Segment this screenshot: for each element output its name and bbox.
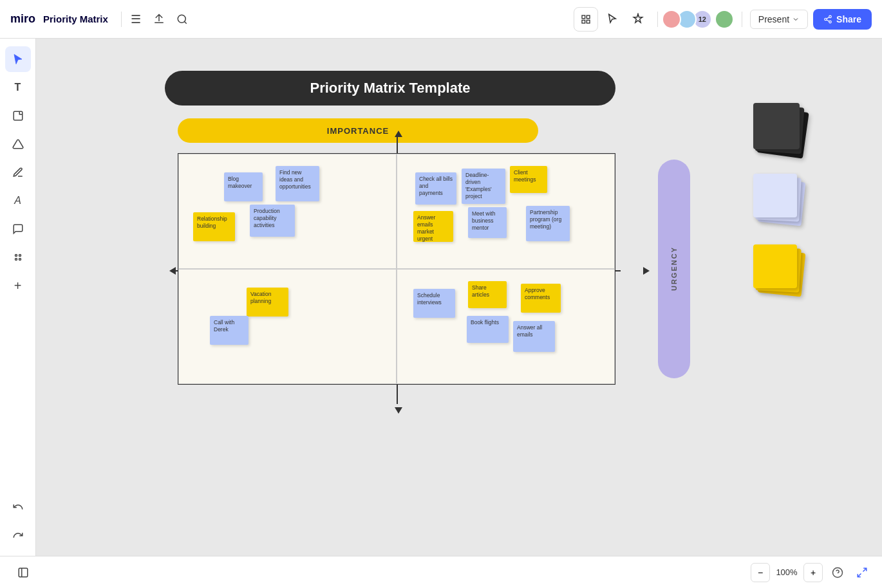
matrix-container: URGENCY Blog makeover Find new ideas and… [178, 153, 641, 385]
add-tool[interactable]: + [5, 273, 31, 299]
note-meet-mentor[interactable]: Meet with business mentor [468, 207, 507, 238]
quadrant-bottom-right: Schedule interviews Share articles Appro… [397, 269, 615, 384]
svg-point-7 [829, 21, 832, 23]
note-partnership[interactable]: Partnership program (org meeting) [526, 206, 570, 241]
header-right: 12 Present Share [574, 7, 872, 32]
shapes-tool[interactable] [5, 131, 31, 157]
note-client-meetings[interactable]: Client meetings [510, 166, 547, 193]
note-blog-makeover[interactable]: Blog makeover [224, 172, 263, 201]
avatar-1 [662, 10, 681, 29]
note-approve-comments[interactable]: Approve comments [521, 284, 561, 313]
blue-stack [753, 174, 805, 232]
title-text: Priority Matrix Template [310, 80, 471, 96]
note-schedule-interviews[interactable]: Schedule interviews [413, 289, 455, 318]
note-call-derek[interactable]: Call with Derek [210, 316, 249, 345]
svg-point-14 [19, 259, 21, 261]
urgency-text: URGENCY [670, 246, 678, 291]
fit-screen-button[interactable] [852, 563, 872, 582]
stack-container [753, 103, 805, 302]
toolbar-icons [574, 7, 650, 32]
yellow-stack [753, 244, 805, 302]
quadrant-bottom-left: Vacation planning Call with Derek [178, 269, 397, 384]
svg-rect-4 [586, 20, 590, 23]
svg-point-6 [825, 18, 827, 21]
avatar-3 [715, 10, 734, 29]
matrix-grid: Blog makeover Find new ideas and opportu… [178, 153, 615, 385]
arrow-right [643, 267, 650, 275]
bottombar-left [10, 560, 36, 585]
header-divider [121, 12, 122, 27]
sticky-tool[interactable] [5, 103, 31, 129]
svg-line-8 [827, 19, 829, 21]
svg-rect-2 [586, 15, 590, 19]
matrix-content: Priority Matrix Template IMPORTANCE URGE… [165, 71, 654, 385]
sidebar-toggle-button[interactable] [10, 560, 36, 585]
sidebar: T A + [0, 39, 36, 556]
note-find-new-ideas[interactable]: Find new ideas and opportunities [276, 166, 319, 201]
zoom-in-button[interactable]: + [803, 563, 823, 582]
quadrant-top-left: Blog makeover Find new ideas and opportu… [178, 154, 397, 269]
black-stack [753, 103, 805, 161]
search-button[interactable] [171, 8, 194, 31]
header: miro Priority Matrix ☰ [0, 0, 882, 39]
miro-logo: miro [10, 12, 35, 26]
importance-label: IMPORTANCE [327, 126, 389, 136]
svg-rect-15 [19, 568, 28, 577]
quadrant-top-right: Check all bills and payments Deadline-dr… [397, 154, 615, 269]
pen-tool[interactable] [5, 160, 31, 185]
svg-point-5 [829, 15, 832, 18]
board-title: Priority Matrix [43, 14, 108, 24]
zoom-level: 100% [775, 567, 798, 577]
share-button[interactable]: Share [813, 9, 872, 30]
urgency-label-container: URGENCY [658, 153, 690, 385]
stack-yellow-1[interactable] [753, 244, 797, 288]
zoom-out-button[interactable]: − [751, 563, 770, 582]
bottombar: − 100% + [0, 556, 882, 588]
arrow-left [169, 267, 176, 275]
apps-tool[interactable] [5, 244, 31, 270]
svg-point-13 [15, 259, 17, 261]
note-check-bills[interactable]: Check all bills and payments [415, 172, 456, 205]
note-deadline-driven[interactable]: Deadline-driven 'Examples' project [462, 169, 505, 204]
header-divider-3 [742, 12, 742, 27]
urgency-pill: URGENCY [658, 160, 690, 378]
header-divider-2 [657, 12, 658, 27]
text-tool[interactable]: T [5, 75, 31, 100]
svg-point-0 [178, 15, 185, 23]
font-tool[interactable]: A [5, 188, 31, 214]
importance-banner: IMPORTANCE [178, 118, 538, 143]
marker-tool-button[interactable] [626, 7, 650, 30]
note-answer-all-emails[interactable]: Answer all emails [513, 321, 555, 352]
note-share-articles[interactable]: Share articles [468, 281, 507, 308]
stack-dark-1[interactable] [753, 103, 800, 149]
svg-line-9 [827, 17, 829, 18]
share-export-button[interactable] [147, 8, 171, 31]
svg-rect-3 [582, 20, 585, 23]
undo-button[interactable] [5, 494, 31, 520]
grid-apps-button[interactable] [574, 7, 598, 32]
bottombar-right: − 100% + [751, 563, 872, 582]
avatar-group: 12 [666, 10, 734, 29]
svg-point-12 [19, 255, 21, 257]
arrow-up [395, 131, 402, 137]
svg-rect-1 [582, 15, 585, 19]
canvas: Priority Matrix Template IMPORTANCE URGE… [36, 39, 882, 556]
redo-button[interactable] [5, 522, 31, 548]
note-vacation[interactable]: Vacation planning [247, 288, 288, 317]
svg-rect-10 [14, 111, 23, 120]
help-button[interactable] [828, 563, 847, 582]
svg-point-11 [15, 255, 17, 257]
menu-button[interactable]: ☰ [124, 8, 147, 31]
title-banner: Priority Matrix Template [165, 71, 615, 106]
present-button[interactable]: Present [750, 10, 808, 29]
note-production[interactable]: Production capability activities [250, 205, 295, 237]
stack-blue-1[interactable] [753, 174, 797, 217]
note-relationship[interactable]: Relationship building [193, 212, 235, 241]
cursor-tool[interactable] [5, 46, 31, 72]
cursor-tool-button[interactable] [601, 7, 624, 30]
note-answer-emails-urgent[interactable]: Answer emails market urgent [413, 211, 453, 242]
arrow-down [395, 407, 402, 414]
comment-tool[interactable] [5, 216, 31, 242]
note-book-flights[interactable]: Book flights [467, 316, 509, 343]
